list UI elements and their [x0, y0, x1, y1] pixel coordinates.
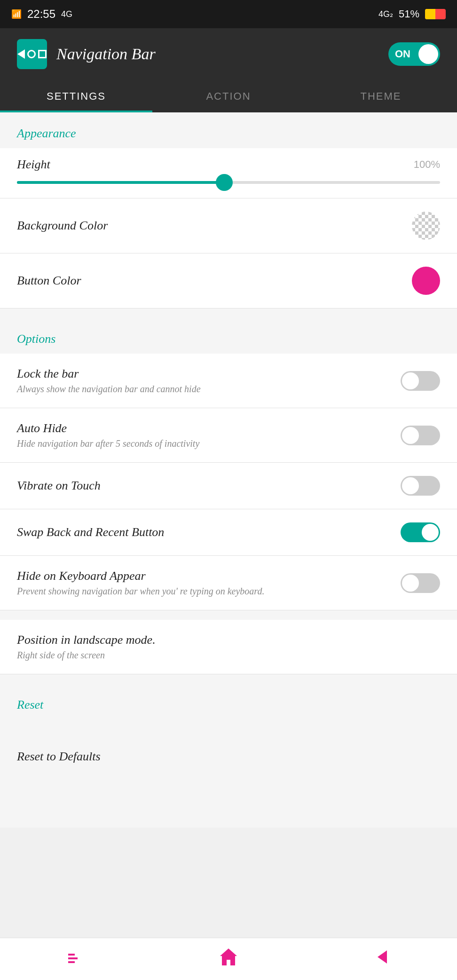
settings-content: Appearance Height 100% Background Color …: [0, 112, 457, 828]
reset-defaults-section: Reset to Defaults: [0, 735, 457, 771]
position-sublabel: Right side of the screen: [17, 650, 440, 661]
header: Navigation Bar ON: [0, 28, 457, 80]
height-slider-section: Height 100%: [0, 148, 457, 198]
auto-hide-knob: [402, 427, 419, 444]
back-icon: [17, 49, 25, 59]
bottom-spacer: [0, 771, 457, 828]
svg-rect-1: [68, 957, 78, 959]
swap-back-knob: [422, 524, 439, 541]
app-icon: [17, 39, 47, 69]
bottom-bar: [0, 938, 457, 980]
options-section-header: Options: [0, 318, 457, 354]
lock-bar-item: Lock the bar Always show the navigation …: [0, 354, 457, 408]
height-slider-track[interactable]: [17, 181, 440, 184]
reset-section: Reset: [0, 684, 457, 726]
network-type: 4G: [61, 9, 72, 19]
svg-marker-3: [220, 948, 237, 965]
background-color-item[interactable]: Background Color: [0, 198, 457, 253]
reset-defaults-label[interactable]: Reset to Defaults: [17, 750, 101, 763]
status-left: 📶 22:55 4G: [11, 8, 72, 21]
battery-icon: [425, 9, 446, 19]
hide-keyboard-sublabel: Prevent showing navigation bar when you'…: [17, 586, 401, 597]
position-item[interactable]: Position in landscape mode. Right side o…: [0, 620, 457, 674]
lock-bar-knob: [402, 372, 419, 389]
height-label: Height: [17, 158, 50, 172]
background-color-swatch[interactable]: [412, 212, 440, 240]
auto-hide-item: Auto Hide Hide navigation bar after 5 se…: [0, 408, 457, 463]
gap-2: [0, 610, 457, 620]
auto-hide-sublabel: Hide navigation bar after 5 seconds of i…: [17, 438, 401, 449]
swap-back-label: Swap Back and Recent Button: [17, 525, 401, 539]
toggle-on-label: ON: [395, 48, 410, 60]
tab-action[interactable]: ACTION: [152, 80, 305, 111]
back-icon-bottom[interactable]: [372, 948, 391, 971]
master-toggle[interactable]: ON: [388, 42, 440, 66]
swap-back-toggle[interactable]: [401, 522, 440, 542]
button-color-label: Button Color: [17, 274, 412, 288]
hide-keyboard-toggle[interactable]: [401, 573, 440, 593]
auto-hide-toggle[interactable]: [401, 426, 440, 445]
slider-fill: [17, 181, 224, 184]
time-display: 22:55: [27, 8, 55, 21]
toggle-knob: [418, 44, 438, 64]
status-right: 4G₂ 51%: [378, 8, 446, 20]
header-left: Navigation Bar: [17, 39, 156, 69]
position-label: Position in landscape mode.: [17, 633, 440, 647]
gap-3: [0, 674, 457, 684]
network-signal: 📶: [11, 9, 22, 19]
reset-link[interactable]: Reset: [17, 698, 43, 711]
auto-hide-label: Auto Hide: [17, 421, 401, 435]
lock-bar-sublabel: Always show the navigation bar and canno…: [17, 384, 401, 395]
swap-back-item: Swap Back and Recent Button: [0, 509, 457, 556]
lock-bar-toggle[interactable]: [401, 371, 440, 391]
vibrate-touch-item: Vibrate on Touch: [0, 463, 457, 509]
slider-knob[interactable]: [216, 174, 233, 191]
gap-1: [0, 308, 457, 318]
svg-marker-4: [378, 950, 387, 964]
tab-bar: SETTINGS ACTION THEME: [0, 80, 457, 112]
appearance-section-header: Appearance: [0, 112, 457, 148]
network-4g: 4G₂: [378, 9, 393, 19]
button-color-item[interactable]: Button Color: [0, 253, 457, 308]
vibrate-touch-knob: [402, 477, 419, 494]
lock-bar-label: Lock the bar: [17, 367, 401, 381]
status-bar: 📶 22:55 4G 4G₂ 51%: [0, 0, 457, 28]
vibrate-touch-toggle[interactable]: [401, 476, 440, 496]
hide-keyboard-item: Hide on Keyboard Appear Prevent showing …: [0, 556, 457, 610]
battery-percent: 51%: [399, 8, 419, 20]
tab-settings[interactable]: SETTINGS: [0, 80, 152, 111]
svg-rect-0: [68, 954, 75, 956]
home-icon-bottom[interactable]: [218, 947, 239, 972]
recent-icon: [38, 50, 47, 58]
hide-keyboard-knob: [402, 575, 419, 592]
hide-keyboard-label: Hide on Keyboard Appear: [17, 569, 401, 583]
bottom-back-icon[interactable]: [66, 949, 85, 970]
page-title: Navigation Bar: [56, 45, 156, 63]
power-toggle[interactable]: ON: [388, 42, 440, 66]
home-icon: [27, 50, 36, 58]
vibrate-touch-label: Vibrate on Touch: [17, 479, 401, 493]
background-color-label: Background Color: [17, 219, 412, 233]
tab-theme[interactable]: THEME: [305, 80, 457, 111]
gap-4: [0, 726, 457, 735]
height-value: 100%: [414, 158, 440, 171]
svg-rect-2: [68, 961, 75, 963]
button-color-swatch[interactable]: [412, 267, 440, 295]
